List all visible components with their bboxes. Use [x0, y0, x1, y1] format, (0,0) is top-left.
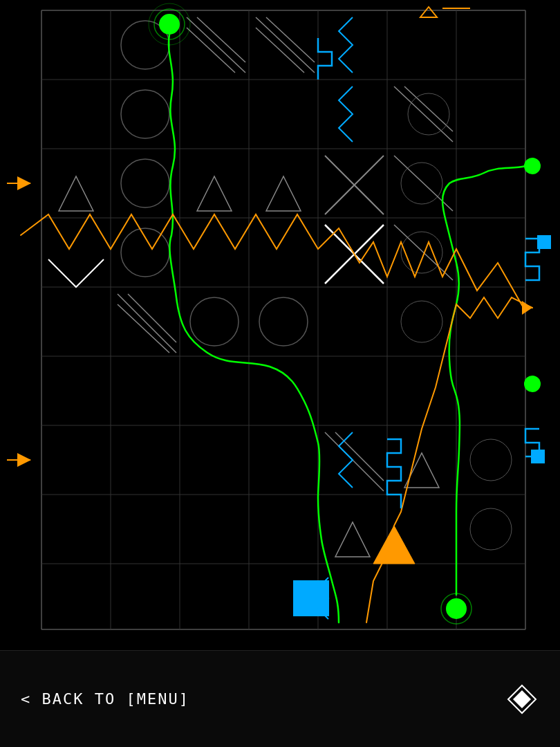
- svg-line-27: [404, 86, 453, 131]
- svg-marker-31: [197, 176, 232, 211]
- svg-point-61: [524, 158, 541, 174]
- svg-line-43: [128, 294, 176, 342]
- signals-overlay: [0, 0, 560, 650]
- svg-point-40: [401, 232, 442, 273]
- svg-point-60: [441, 593, 472, 624]
- svg-point-45: [190, 297, 239, 346]
- svg-line-20: [197, 17, 245, 62]
- svg-line-19: [187, 17, 245, 73]
- svg-rect-64: [537, 235, 551, 249]
- svg-point-58: [149, 3, 190, 45]
- svg-point-51: [470, 439, 512, 481]
- game-logo-icon: [505, 682, 539, 717]
- svg-point-46: [259, 297, 308, 346]
- svg-marker-50: [404, 453, 439, 488]
- svg-point-59: [447, 599, 466, 618]
- svg-point-56: [160, 15, 179, 34]
- svg-rect-65: [531, 450, 545, 463]
- svg-line-39: [325, 225, 384, 284]
- back-button[interactable]: < BACK TO [MENU]: [21, 690, 189, 708]
- svg-point-18: [121, 21, 169, 69]
- svg-line-38: [325, 225, 384, 284]
- svg-marker-66: [17, 176, 31, 190]
- svg-line-41: [394, 225, 453, 280]
- svg-line-36: [394, 156, 453, 211]
- bottom-bar: < BACK TO [MENU]: [0, 650, 560, 747]
- svg-marker-52: [335, 522, 370, 557]
- svg-marker-63: [522, 301, 532, 315]
- svg-point-37: [121, 228, 169, 277]
- svg-line-44: [118, 304, 169, 353]
- svg-line-33: [325, 156, 384, 214]
- svg-marker-53: [373, 526, 415, 564]
- svg-marker-29: [59, 176, 93, 211]
- svg-point-47: [401, 301, 442, 342]
- svg-line-26: [394, 86, 453, 142]
- svg-line-24: [256, 28, 304, 73]
- svg-rect-55: [294, 581, 328, 616]
- svg-marker-68: [17, 453, 31, 467]
- svg-point-25: [121, 90, 169, 138]
- svg-line-22: [256, 17, 315, 73]
- svg-line-49: [335, 432, 384, 481]
- svg-marker-70: [420, 7, 437, 17]
- svg-point-57: [154, 9, 185, 39]
- svg-marker-32: [266, 176, 301, 211]
- svg-point-28: [408, 93, 449, 135]
- svg-line-42: [118, 294, 176, 353]
- svg-point-54: [470, 508, 512, 550]
- svg-line-48: [325, 432, 384, 491]
- svg-line-23: [266, 17, 315, 62]
- svg-point-35: [401, 163, 442, 204]
- svg-line-21: [187, 28, 235, 73]
- game-area: [0, 0, 560, 650]
- svg-point-62: [524, 376, 541, 392]
- svg-line-34: [325, 156, 384, 214]
- svg-point-30: [121, 159, 169, 208]
- svg-marker-73: [513, 690, 531, 708]
